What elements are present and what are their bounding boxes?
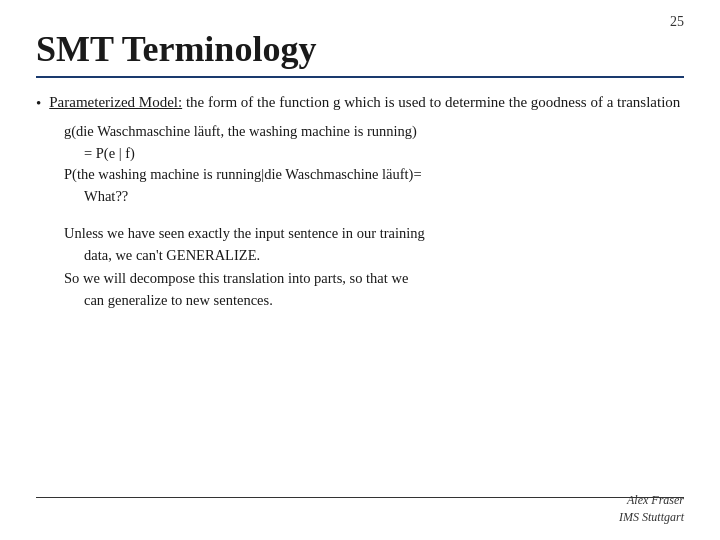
term-underlined: Parameterized Model: [49, 94, 182, 110]
indent-line3: P(the washing machine is running|die Was… [64, 164, 684, 186]
footer-divider [36, 497, 684, 498]
paragraph-block: Unless we have seen exactly the input se… [64, 222, 684, 312]
indent-line2: = P(e | f) [84, 143, 684, 165]
para-line1: Unless we have seen exactly the input se… [64, 222, 684, 244]
footer-line2: IMS Stuttgart [619, 509, 684, 526]
footer-line1: Alex Fraser [619, 492, 684, 509]
para-line2: data, we can't GENERALIZE. [84, 244, 684, 266]
para-line4: can generalize to new sentences. [84, 289, 684, 311]
slide: 25 SMT Terminology • Parameterized Model… [0, 0, 720, 540]
bullet-description: the form of the function g which is used… [182, 94, 680, 110]
bullet-text: Parameterized Model: the form of the fun… [49, 92, 684, 114]
para-line3: So we will decompose this translation in… [64, 267, 684, 289]
bullet-symbol: • [36, 93, 41, 115]
slide-title: SMT Terminology [36, 28, 684, 70]
indent-block: g(die Waschmaschine läuft, the washing m… [64, 121, 684, 208]
title-divider [36, 76, 684, 78]
page-number: 25 [670, 14, 684, 30]
footer: Alex Fraser IMS Stuttgart [619, 492, 684, 526]
content-area: • Parameterized Model: the form of the f… [36, 92, 684, 312]
indent-line1: g(die Waschmaschine läuft, the washing m… [64, 121, 684, 143]
indent-line4: What?? [84, 186, 684, 208]
bullet-item: • Parameterized Model: the form of the f… [36, 92, 684, 115]
